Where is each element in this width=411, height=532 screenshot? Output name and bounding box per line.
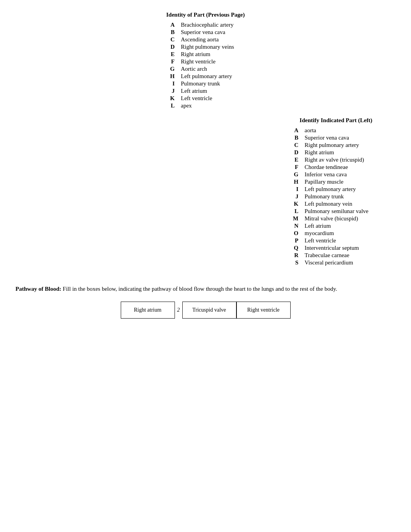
pathway-intro: Pathway of Blood: Fill in the boxes belo… <box>15 286 396 292</box>
section2-desc: Left ventricle <box>305 237 372 244</box>
section1-desc: Right pulmonary veins <box>181 43 242 51</box>
section2-row: H Papillary muscle <box>293 178 372 186</box>
section1-row: C Ascending aorta <box>169 36 242 43</box>
section1-row: E Right atrium <box>169 51 242 58</box>
pathway-box-right-ventricle: Right ventricle <box>236 302 291 319</box>
section2-letter: H <box>293 178 305 186</box>
section2-letter: S <box>293 259 305 266</box>
section1-row: B Superior vena cava <box>169 29 242 36</box>
section1-desc: Right atrium <box>181 51 242 58</box>
section1-row: A Brachiocephalic artery <box>169 21 242 29</box>
section2-letter: B <box>293 134 305 142</box>
section1-row: I Pulmonary trunk <box>169 80 242 87</box>
section2-letter: A <box>293 127 305 134</box>
section2-letter: Q <box>293 244 305 252</box>
pathway-number-2: 2 <box>177 307 180 313</box>
section1-table: A Brachiocephalic artery B Superior vena… <box>169 21 242 109</box>
section2-row: S Visceral pericardium <box>293 259 372 266</box>
section1-letter: L <box>169 102 181 109</box>
section2-title: Identify Indicated Part (Left) <box>187 117 372 124</box>
section2-letter: M <box>293 215 305 222</box>
section2-desc: Pulmonary semilunar valve <box>305 208 372 215</box>
section1-letter: E <box>169 51 181 58</box>
section2-letter: G <box>293 171 305 178</box>
section1-desc: Left pulmonary artery <box>181 73 242 80</box>
section1-row: D Right pulmonary veins <box>169 43 242 51</box>
section1-row: H Left pulmonary artery <box>169 73 242 80</box>
section2-desc: Papillary muscle <box>305 178 372 186</box>
section1-letter: I <box>169 80 181 87</box>
section1-letter: K <box>169 95 181 102</box>
pathway-box-tricuspid-label: Tricuspid valve <box>192 307 226 313</box>
section2-desc: Chordae tendineae <box>305 164 372 171</box>
section2: Identify Indicated Part (Left) A aorta B… <box>187 117 372 266</box>
section1-desc: Aortic arch <box>181 65 242 73</box>
pathway-section: Pathway of Blood: Fill in the boxes belo… <box>15 282 396 319</box>
section2-row: R Trabeculae carneae <box>293 252 372 259</box>
section2-row: E Right av valve (tricuspid) <box>293 156 372 164</box>
section2-row: G Inferior vena cava <box>293 171 372 178</box>
pathway-intro-text: Fill in the boxes below, indicating the … <box>63 286 337 292</box>
section2-desc: Visceral pericardium <box>305 259 372 266</box>
section1-letter: C <box>169 36 181 43</box>
section2-desc: Left pulmonary artery <box>305 186 372 193</box>
section2-letter: K <box>293 200 305 208</box>
section2-letter: I <box>293 186 305 193</box>
section2-letter: R <box>293 252 305 259</box>
section2-letter: F <box>293 164 305 171</box>
section2-row: Q Interventricular septum <box>293 244 372 252</box>
section1-desc: Left ventricle <box>181 95 242 102</box>
section2-letter: L <box>293 208 305 215</box>
section1-row: J Left atrium <box>169 87 242 95</box>
section2-desc: Superior vena cava <box>305 134 372 142</box>
section1-letter: H <box>169 73 181 80</box>
section2-row: K Left pulmonary vein <box>293 200 372 208</box>
section2-row: M Mitral valve (bicuspid) <box>293 215 372 222</box>
section2-row: J Pulmonary trunk <box>293 193 372 200</box>
section1-row: F Right ventricle <box>169 58 242 65</box>
section1-row: L apex <box>169 102 242 109</box>
section1-row: K Left ventricle <box>169 95 242 102</box>
section2-row: C Right pulmonary artery <box>293 142 372 149</box>
section2-letter: E <box>293 156 305 164</box>
section2-desc: Left pulmonary vein <box>305 200 372 208</box>
section1-letter: J <box>169 87 181 95</box>
section1-letter: B <box>169 29 181 36</box>
section2-desc: Right atrium <box>305 149 372 156</box>
section2-desc: Right av valve (tricuspid) <box>305 156 372 164</box>
section1-desc: Left atrium <box>181 87 242 95</box>
section2-desc: Left atrium <box>305 222 372 230</box>
pathway-box-tricuspid: Tricuspid valve <box>182 302 236 319</box>
section2-row: L Pulmonary semilunar valve <box>293 208 372 215</box>
section2-desc: Pulmonary trunk <box>305 193 372 200</box>
section1-title: Identity of Part (Previous Page) <box>166 12 245 18</box>
section2-row: P Left ventricle <box>293 237 372 244</box>
section1-desc: apex <box>181 102 242 109</box>
pathway-box-right-atrium-label: Right atrium <box>134 307 161 313</box>
section2-desc: myocardium <box>305 230 372 237</box>
section2-letter: P <box>293 237 305 244</box>
section2-desc: Right pulmonary artery <box>305 142 372 149</box>
section2-row: D Right atrium <box>293 149 372 156</box>
section2-table: A aorta B Superior vena cava C Right pul… <box>293 127 372 266</box>
section2-letter: O <box>293 230 305 237</box>
pathway-box-right-atrium: Right atrium <box>121 302 175 319</box>
section1: Identity of Part (Previous Page) A Brach… <box>15 12 396 109</box>
section2-row: B Superior vena cava <box>293 134 372 142</box>
section2-row: I Left pulmonary artery <box>293 186 372 193</box>
section2-letter: J <box>293 193 305 200</box>
section1-desc: Superior vena cava <box>181 29 242 36</box>
section1-desc: Pulmonary trunk <box>181 80 242 87</box>
pathway-row: Right atrium 2 Tricuspid valve Right ven… <box>15 302 396 319</box>
section1-desc: Brachiocephalic artery <box>181 21 242 29</box>
section2-letter: D <box>293 149 305 156</box>
pathway-intro-bold: Pathway of Blood: <box>15 286 61 292</box>
section1-letter: A <box>169 21 181 29</box>
section1-letter: F <box>169 58 181 65</box>
pathway-box-right-ventricle-label: Right ventricle <box>247 307 280 313</box>
section1-letter: D <box>169 43 181 51</box>
section2-desc: Interventricular septum <box>305 244 372 252</box>
section1-desc: Right ventricle <box>181 58 242 65</box>
section2-row: N Left atrium <box>293 222 372 230</box>
section2-desc: Inferior vena cava <box>305 171 372 178</box>
